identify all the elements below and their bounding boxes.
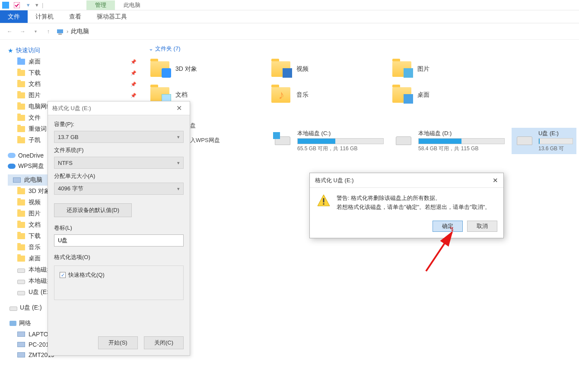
folder-icon bbox=[150, 61, 169, 77]
start-button[interactable]: 开始(S) bbox=[98, 336, 138, 349]
quick-access-toolbar: ▾ ▾ | bbox=[2, 1, 43, 9]
group-header-folders[interactable]: ⌄文件夹 (7) bbox=[147, 43, 575, 56]
folder-icon bbox=[17, 92, 25, 98]
folder-icon bbox=[271, 61, 290, 77]
drive-icon bbox=[515, 130, 533, 145]
address-bar: ← → ▾ ↑ › 此电脑 bbox=[0, 23, 579, 40]
close-button[interactable]: 关闭(C) bbox=[144, 336, 184, 349]
usage-bar bbox=[297, 138, 384, 144]
folder-icon bbox=[17, 59, 25, 65]
filesystem-select[interactable]: NTFS▾ bbox=[54, 157, 184, 169]
sidebar-item-pictures[interactable]: 图片📌 bbox=[8, 90, 143, 101]
volume-label-input[interactable] bbox=[54, 234, 184, 247]
wps-drive-label: 盘 bbox=[190, 122, 196, 130]
chevron-down-icon: ▾ bbox=[177, 160, 180, 166]
format-options-label: 格式化选项(O) bbox=[54, 253, 184, 261]
context-tabs: 管理 此电脑 bbox=[86, 0, 149, 10]
nav-up[interactable]: ↑ bbox=[43, 26, 54, 37]
svg-rect-3 bbox=[58, 34, 62, 35]
pc-icon bbox=[17, 342, 25, 347]
usage-bar bbox=[538, 138, 573, 144]
folder-icon bbox=[17, 137, 25, 143]
ribbon-file[interactable]: 文件 bbox=[0, 10, 28, 23]
network-icon bbox=[10, 321, 16, 326]
path-segment[interactable]: 此电脑 bbox=[71, 28, 89, 35]
folder-pictures[interactable]: 图片 bbox=[389, 56, 510, 82]
qat-checkbox-icon[interactable] bbox=[13, 1, 21, 9]
ribbon: 文件 计算机 查看 驱动器工具 bbox=[0, 10, 579, 23]
svg-rect-0 bbox=[2, 2, 9, 9]
path-chevron-icon: › bbox=[67, 28, 68, 35]
folder-icon bbox=[17, 70, 25, 76]
folder-icon bbox=[17, 244, 25, 250]
folder-video[interactable]: 视频 bbox=[268, 56, 389, 82]
svg-rect-1 bbox=[14, 2, 20, 8]
quick-format-row[interactable]: ✓ 快速格式化(Q) bbox=[58, 269, 180, 279]
star-icon: ★ bbox=[8, 47, 13, 54]
restore-defaults-button[interactable]: 还原设备的默认值(D) bbox=[54, 203, 132, 217]
pin-icon: 📌 bbox=[130, 59, 137, 65]
svg-rect-2 bbox=[57, 29, 63, 33]
pc-icon bbox=[17, 332, 25, 337]
folder-icon bbox=[392, 61, 411, 77]
folder-icon bbox=[17, 126, 25, 132]
allocation-label: 分配单元大小(A) bbox=[54, 172, 184, 180]
chevron-down-icon: ▾ bbox=[177, 186, 180, 192]
checkbox-checked-icon[interactable]: ✓ bbox=[60, 272, 66, 278]
folder-3d[interactable]: 3D 对象 bbox=[147, 56, 268, 82]
ribbon-drivetools[interactable]: 驱动器工具 bbox=[89, 10, 135, 23]
cancel-button[interactable]: 取消 bbox=[467, 221, 497, 232]
folder-music[interactable]: ♪音乐 bbox=[268, 82, 389, 108]
folder-icon bbox=[17, 256, 25, 262]
pin-icon: 📌 bbox=[130, 93, 137, 98]
drive-e[interactable]: U盘 (E:) 13.6 GB 可 bbox=[512, 128, 576, 154]
title-bar: ▾ ▾ | 管理 此电脑 bbox=[0, 0, 579, 10]
allocation-select[interactable]: 4096 字节▾ bbox=[54, 183, 184, 195]
warning-icon bbox=[317, 194, 331, 208]
tab-thispc: 此电脑 bbox=[115, 0, 149, 10]
capacity-label: 容量(P): bbox=[54, 120, 184, 128]
folder-icon bbox=[17, 233, 25, 239]
sidebar-item-desktop[interactable]: 桌面📌 bbox=[8, 56, 143, 67]
pin-icon: 📌 bbox=[130, 82, 137, 87]
dialog-titlebar[interactable]: 格式化 U盘 (E:) ✕ bbox=[310, 173, 503, 188]
drive-d[interactable]: 本地磁盘 (D:) 58.4 GB 可用，共 115 GB bbox=[391, 128, 512, 154]
confirm-dialog: 格式化 U盘 (E:) ✕ 警告: 格式化将删除该磁盘上的所有数据。 若想格式化… bbox=[309, 173, 504, 238]
folder-desktop[interactable]: 桌面 bbox=[389, 82, 510, 108]
dialog-titlebar[interactable]: 格式化 U盘 (E:) ✕ bbox=[48, 101, 190, 115]
qat-pipe: | bbox=[42, 2, 43, 8]
pc-icon bbox=[13, 177, 21, 183]
qat-dropdown-icon[interactable]: ▾ bbox=[24, 1, 32, 9]
nav-dropdown[interactable]: ▾ bbox=[30, 26, 41, 37]
ribbon-view[interactable]: 查看 bbox=[61, 10, 89, 23]
nav-forward[interactable]: → bbox=[17, 26, 28, 37]
ok-button[interactable]: 确定 ↯ bbox=[433, 221, 463, 232]
wps-drive-hint: 入WPS网盘 bbox=[190, 136, 220, 144]
pc-icon bbox=[17, 352, 25, 357]
sidebar-item-downloads[interactable]: 下载📌 bbox=[8, 67, 143, 79]
close-button[interactable]: ✕ bbox=[493, 177, 498, 184]
folder-icon bbox=[17, 199, 25, 205]
folder-grid: 3D 对象 视频 图片 文档 ♪音乐 桌面 bbox=[147, 56, 575, 108]
folder-icon bbox=[17, 104, 25, 110]
confirm-message: 警告: 格式化将删除该磁盘上的所有数据。 若想格式化该磁盘，请单击"确定"。若想… bbox=[337, 194, 490, 212]
volume-label-label: 卷标(L) bbox=[54, 224, 184, 232]
drive-icon bbox=[17, 280, 25, 284]
tab-manage[interactable]: 管理 bbox=[86, 0, 115, 10]
close-button[interactable]: ✕ bbox=[172, 104, 185, 112]
pc-icon bbox=[56, 28, 64, 35]
cloud-icon bbox=[8, 153, 16, 158]
chevron-down-icon: ▾ bbox=[177, 134, 180, 140]
capacity-select[interactable]: 13.7 GB▾ bbox=[54, 131, 184, 143]
chevron-down-icon: ⌄ bbox=[149, 45, 153, 52]
qat-separator: ▾ bbox=[35, 2, 38, 8]
drive-icon bbox=[394, 130, 413, 145]
folder-icon bbox=[392, 87, 411, 103]
sidebar-quick-access[interactable]: ★快速访问 bbox=[8, 45, 143, 56]
sidebar-item-documents[interactable]: 文档📌 bbox=[8, 79, 143, 90]
folder-icon bbox=[17, 81, 25, 87]
nav-back[interactable]: ← bbox=[4, 26, 15, 37]
drive-c[interactable]: 本地磁盘 (C:) 65.5 GB 可用，共 116 GB bbox=[270, 128, 391, 154]
drive-icon bbox=[273, 130, 292, 145]
ribbon-computer[interactable]: 计算机 bbox=[28, 10, 61, 23]
